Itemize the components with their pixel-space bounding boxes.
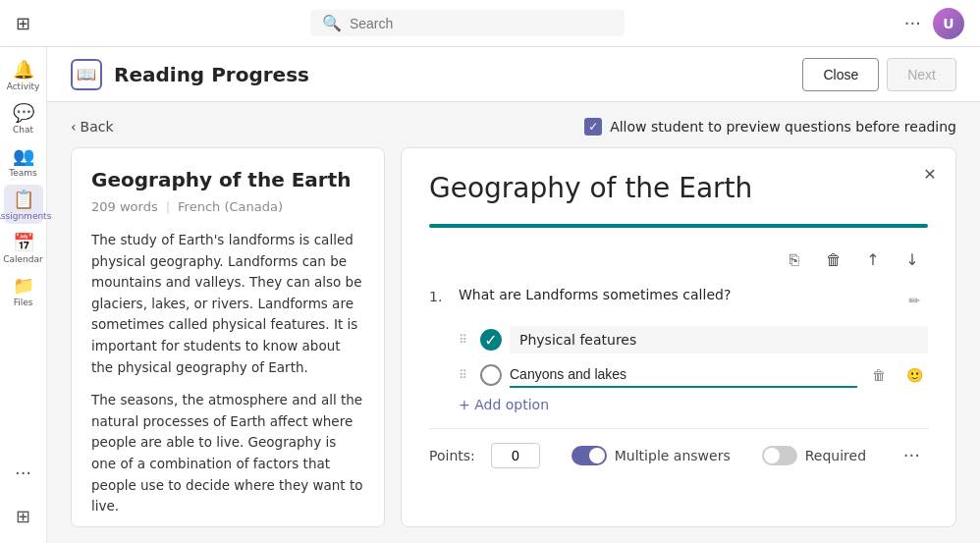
assignments-icon: 📋 [13, 189, 34, 209]
question-number: 1. [429, 287, 449, 304]
required-toggle-group: Required [762, 446, 866, 465]
question-item: 1. What are Landforms sometimes called? … [429, 287, 928, 469]
sidebar-item-files[interactable]: 📁 Files [4, 271, 43, 310]
close-panel-button[interactable]: ✕ [916, 160, 944, 188]
apps-sidebar-icon: ⊞ [16, 506, 30, 526]
top-controls: ‹ Back ✓ Allow student to preview questi… [71, 118, 956, 136]
more-icon: ··· [15, 462, 31, 483]
sidebar-label-assignments: Assignments [0, 211, 51, 221]
sidebar-label-chat: Chat [13, 125, 33, 135]
teal-divider [429, 224, 928, 228]
question-text: What are Landforms sometimes called? [459, 287, 891, 302]
multiple-answers-label: Multiple answers [615, 448, 731, 463]
delete-question-button[interactable]: 🗑 [818, 244, 849, 275]
two-panel: Geography of the Earth 209 words | Frenc… [71, 147, 956, 527]
footer-more-button[interactable]: ··· [896, 441, 928, 469]
allow-preview-label: Allow student to preview questions befor… [610, 119, 956, 135]
required-toggle[interactable] [762, 446, 797, 465]
multiple-answers-toggle-group: Multiple answers [572, 446, 731, 465]
emoji-answer-2-button[interactable]: 🙂 [900, 361, 928, 389]
delete-answer-2-button[interactable]: 🗑 [865, 361, 893, 389]
question-row: 1. What are Landforms sometimes called? … [429, 287, 928, 314]
question-panel: ✕ Geography of the Earth ⎘ 🗑 ↑ ↓ 1. [401, 147, 956, 527]
page-body: ‹ Back ✓ Allow student to preview questi… [47, 102, 980, 543]
add-option-button[interactable]: + Add option [429, 389, 928, 420]
files-icon: 📁 [13, 275, 34, 296]
sidebar-item-activity[interactable]: 🔔 Activity [4, 55, 43, 94]
question-toolbar: ⎘ 🗑 ↑ ↓ [429, 244, 928, 275]
sidebar-item-assignments[interactable]: 📋 Assignments [4, 185, 43, 224]
article-language: French (Canada) [178, 199, 283, 214]
meta-separator: | [166, 199, 170, 214]
answers-list: ⠿ ✓ Physical features ⠿ 🗑 🙂 [429, 326, 928, 389]
question-footer: Points: Multiple answers Required ··· [429, 428, 928, 469]
copy-question-button[interactable]: ⎘ [779, 244, 810, 275]
sidebar-item-teams[interactable]: 👥 Teams [4, 141, 43, 181]
search-icon: 🔍 [322, 14, 342, 32]
search-bar: 🔍 [310, 10, 625, 36]
answer-input-2[interactable] [510, 362, 857, 388]
answer-row-1: ⠿ ✓ Physical features [459, 326, 928, 353]
move-up-button[interactable]: ↑ [857, 244, 889, 275]
apps-icon[interactable]: ⊞ [16, 13, 30, 33]
chat-icon: 💬 [13, 102, 34, 123]
calendar-icon: 📅 [13, 232, 34, 252]
next-button[interactable]: Next [887, 58, 956, 91]
sidebar-item-calendar[interactable]: 📅 Calendar [4, 228, 43, 267]
drag-handle-2[interactable]: ⠿ [459, 368, 472, 382]
multiple-answers-toggle[interactable] [572, 446, 607, 465]
more-options-button[interactable]: ··· [904, 13, 921, 33]
content-area: 📖 Reading Progress Close Next ‹ Back ✓ A… [47, 47, 980, 543]
sidebar-item-apps[interactable]: ⊞ [4, 496, 43, 535]
allow-preview-control: ✓ Allow student to preview questions bef… [584, 118, 956, 136]
article-body: The study of Earth's landforms is called… [91, 230, 364, 527]
page-title: Reading Progress [114, 63, 790, 86]
answer-correct-indicator-2[interactable] [480, 364, 502, 386]
allow-preview-checkbox[interactable]: ✓ [584, 118, 602, 136]
article-para-2: The seasons, the atmosphere and all the … [91, 390, 364, 517]
answer-correct-indicator-1[interactable]: ✓ [480, 329, 502, 351]
points-input[interactable] [491, 443, 540, 468]
article-panel: Geography of the Earth 209 words | Frenc… [71, 147, 385, 527]
question-panel-title: Geography of the Earth [429, 172, 928, 204]
back-label: Back [81, 119, 114, 135]
article-meta: 209 words | French (Canada) [91, 199, 364, 214]
sidebar: 🔔 Activity 💬 Chat 👥 Teams 📋 Assignments … [0, 47, 47, 543]
article-para-1: The study of Earth's landforms is called… [91, 230, 364, 378]
search-input[interactable] [350, 16, 613, 31]
sidebar-label-teams: Teams [9, 168, 36, 178]
chevron-left-icon: ‹ [71, 119, 77, 135]
top-bar: ⊞ 🔍 ··· U [0, 0, 980, 47]
page-header: 📖 Reading Progress Close Next [47, 47, 980, 102]
word-count: 209 words [91, 199, 158, 214]
points-label: Points: [429, 448, 475, 463]
main-layout: 🔔 Activity 💬 Chat 👥 Teams 📋 Assignments … [0, 47, 980, 543]
sidebar-label-files: Files [14, 298, 33, 307]
answer-row-2: ⠿ 🗑 🙂 [459, 361, 928, 389]
top-bar-left: ⊞ [16, 13, 30, 33]
back-button[interactable]: ‹ Back [71, 119, 114, 135]
teams-icon: 👥 [13, 145, 34, 166]
sidebar-item-more[interactable]: ··· [4, 453, 43, 492]
top-bar-right: ··· U [904, 8, 964, 39]
header-actions: Close Next [802, 58, 956, 91]
required-label: Required [805, 448, 866, 463]
sidebar-label-activity: Activity [7, 81, 40, 91]
reading-progress-icon: 📖 [71, 59, 102, 90]
avatar[interactable]: U [933, 8, 964, 39]
answer-text-1: Physical features [510, 326, 928, 353]
close-button[interactable]: Close [802, 58, 879, 91]
move-down-button[interactable]: ↓ [897, 244, 928, 275]
sidebar-label-calendar: Calendar [3, 254, 42, 264]
activity-icon: 🔔 [13, 59, 34, 80]
article-title: Geography of the Earth [91, 168, 364, 191]
edit-question-button[interactable]: ✏ [900, 287, 928, 314]
drag-handle-1[interactable]: ⠿ [459, 333, 472, 347]
sidebar-item-chat[interactable]: 💬 Chat [4, 98, 43, 137]
